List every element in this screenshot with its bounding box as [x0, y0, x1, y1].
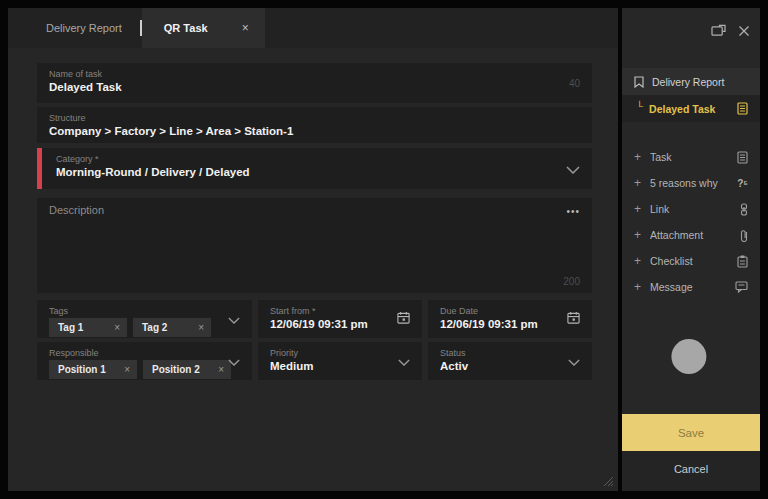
plus-icon: +	[634, 280, 641, 294]
sidebar-item-label: Delivery Report	[652, 76, 724, 88]
task-icon	[737, 151, 748, 164]
sidebar-nav: Delivery Report └ Delayed Task	[622, 68, 760, 122]
status-label: Status	[440, 348, 580, 358]
calendar-icon[interactable]	[567, 310, 580, 328]
responsible-chip-label: Position 2	[152, 364, 200, 375]
remove-responsible-icon[interactable]: ×	[218, 364, 224, 375]
plus-icon: +	[634, 254, 641, 268]
app-window: Delivery Report QR Task × Name of task D…	[0, 0, 768, 499]
tag-chip-label: Tag 2	[142, 322, 167, 333]
bookmark-icon	[634, 76, 644, 88]
responsible-label: Responsible	[49, 348, 240, 358]
tags-field[interactable]: Tags Tag 1 × Tag 2 ×	[37, 300, 252, 338]
task-sidebar: Delivery Report └ Delayed Task + Task + …	[622, 8, 760, 491]
remove-tag-icon[interactable]: ×	[198, 322, 204, 333]
add-task-button[interactable]: + Task	[622, 144, 760, 170]
char-counter: 40	[569, 78, 580, 89]
task-list-icon	[737, 102, 748, 115]
responsible-chip[interactable]: Position 2 ×	[143, 360, 231, 379]
five-whys-icon: ?⁵	[737, 178, 748, 189]
priority-label: Priority	[270, 348, 410, 358]
tag-chip-label: Tag 1	[58, 322, 83, 333]
structure-value: Company > Factory > Line > Area > Statio…	[49, 125, 580, 137]
checklist-icon	[737, 255, 748, 268]
remove-responsible-icon[interactable]: ×	[124, 364, 130, 375]
tab-close-icon[interactable]: ×	[228, 21, 249, 35]
resize-handle[interactable]	[600, 473, 614, 487]
description-placeholder: Description	[49, 204, 580, 216]
structure-field[interactable]: Structure Company > Factory > Line > Are…	[37, 107, 592, 143]
add-checklist-button[interactable]: + Checklist	[622, 248, 760, 274]
chevron-down-icon[interactable]	[566, 160, 580, 178]
calendar-icon[interactable]	[397, 310, 410, 328]
start-from-field[interactable]: Start from * 12/06/19 09:31 pm	[258, 300, 422, 338]
tab-qr-task[interactable]: QR Task ×	[142, 8, 265, 48]
form-row-dates: Tags Tag 1 × Tag 2 ×	[37, 300, 592, 338]
description-field[interactable]: Description ••• 200	[37, 198, 592, 293]
responsible-chips: Position 1 × Position 2 ×	[49, 360, 240, 379]
add-item-label: Message	[650, 281, 693, 293]
add-message-button[interactable]: + Message	[622, 274, 760, 300]
tag-chip[interactable]: Tag 1 ×	[49, 318, 127, 337]
tab-delivery-report[interactable]: Delivery Report	[28, 8, 140, 48]
sidebar-item-delayed-task[interactable]: └ Delayed Task	[622, 95, 760, 122]
start-from-value: 12/06/19 09:31 pm	[270, 318, 410, 330]
popout-window-icon[interactable]	[711, 23, 726, 41]
responsible-chip[interactable]: Position 1 ×	[49, 360, 137, 379]
more-options-icon[interactable]: •••	[566, 206, 580, 217]
add-five-whys-button[interactable]: + 5 reasons why ?⁵	[622, 170, 760, 196]
chevron-down-icon[interactable]	[228, 310, 240, 328]
plus-icon: +	[634, 176, 641, 190]
tab-label: Delivery Report	[46, 22, 122, 34]
priority-value: Medium	[270, 360, 410, 372]
tags-label: Tags	[49, 306, 240, 316]
plus-icon: +	[634, 150, 641, 164]
category-value: Morning-Round / Delivery / Delayed	[56, 166, 580, 178]
close-icon[interactable]	[738, 23, 750, 41]
plus-icon: +	[634, 228, 641, 242]
cancel-button[interactable]: Cancel	[622, 451, 760, 491]
add-link-button[interactable]: + Link	[622, 196, 760, 222]
sidebar-add-section: + Task + 5 reasons why ?⁵ + Link + Attac…	[622, 144, 760, 300]
remove-tag-icon[interactable]: ×	[114, 322, 120, 333]
task-editor-panel: Delivery Report QR Task × Name of task D…	[8, 8, 618, 491]
add-item-label: Task	[650, 151, 672, 163]
tag-chips: Tag 1 × Tag 2 ×	[49, 318, 240, 337]
plus-icon: +	[634, 202, 641, 216]
category-field[interactable]: Category * Morning-Round / Delivery / De…	[37, 148, 592, 189]
name-of-task-field[interactable]: Name of task Delayed Task 40	[37, 63, 592, 103]
due-date-field[interactable]: Due Date 12/06/19 09:31 pm	[428, 300, 592, 338]
add-item-label: 5 reasons why	[650, 177, 718, 189]
responsible-field[interactable]: Responsible Position 1 × Position 2 ×	[37, 342, 252, 380]
chevron-down-icon[interactable]	[568, 352, 580, 370]
branch-icon: └	[636, 101, 643, 112]
add-item-label: Link	[650, 203, 669, 215]
tag-chip[interactable]: Tag 2 ×	[133, 318, 211, 337]
add-attachment-button[interactable]: + Attachment	[622, 222, 760, 248]
chevron-down-icon[interactable]	[398, 352, 410, 370]
char-counter: 200	[563, 276, 580, 287]
status-value: Activ	[440, 360, 580, 372]
name-of-task-label: Name of task	[49, 69, 580, 79]
avatar[interactable]	[671, 339, 706, 374]
priority-field[interactable]: Priority Medium	[258, 342, 422, 380]
responsible-chip-label: Position 1	[58, 364, 106, 375]
attachment-icon	[740, 229, 748, 242]
due-date-label: Due Date	[440, 306, 580, 316]
tab-label: QR Task	[164, 22, 208, 34]
message-icon	[735, 281, 748, 293]
due-date-value: 12/06/19 09:31 pm	[440, 318, 580, 330]
sidebar-item-delivery-report[interactable]: Delivery Report	[622, 68, 760, 95]
name-of-task-value[interactable]: Delayed Task	[49, 81, 580, 93]
chevron-down-icon[interactable]	[228, 352, 240, 370]
sidebar-item-label: Delayed Task	[649, 103, 715, 115]
form-row-assignment: Responsible Position 1 × Position 2 ×	[37, 342, 592, 380]
link-icon	[740, 203, 748, 216]
status-field[interactable]: Status Activ	[428, 342, 592, 380]
task-form: Name of task Delayed Task 40 Structure C…	[37, 63, 592, 384]
save-button[interactable]: Save	[622, 414, 760, 451]
sidebar-header	[622, 8, 760, 54]
add-item-label: Attachment	[650, 229, 703, 241]
cancel-label: Cancel	[674, 463, 708, 475]
add-item-label: Checklist	[650, 255, 693, 267]
